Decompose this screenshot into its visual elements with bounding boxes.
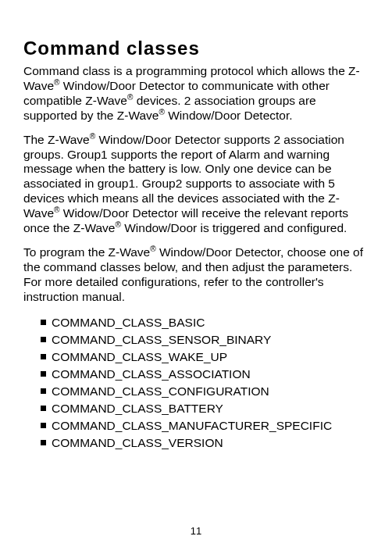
- square-bullet-icon: [41, 423, 46, 428]
- list-item-label: COMMAND_CLASS_BASIC: [52, 314, 205, 331]
- reg-mark: ®: [150, 245, 155, 253]
- square-bullet-icon: [41, 440, 46, 445]
- square-bullet-icon: [41, 354, 46, 359]
- list-item: COMMAND_CLASS_MANUFACTURER_SPECIFIC: [41, 417, 369, 434]
- list-item: COMMAND_CLASS_VERSION: [41, 434, 369, 452]
- list-item: COMMAND_CLASS_BASIC: [41, 314, 369, 331]
- paragraph-3: To program the Z-Wave® Window/Door Detec…: [23, 245, 369, 305]
- list-item-label: COMMAND_CLASS_SENSOR_BINARY: [52, 331, 271, 348]
- square-bullet-icon: [41, 406, 46, 411]
- reg-mark: ®: [159, 108, 164, 116]
- list-item-label: COMMAND_CLASS_VERSION: [52, 434, 223, 452]
- square-bullet-icon: [41, 371, 46, 377]
- list-item: COMMAND_CLASS_WAKE_UP: [41, 348, 369, 366]
- page-number: 11: [0, 525, 392, 537]
- reg-mark: ®: [115, 220, 120, 229]
- paragraph-1: Command class is a programming protocol …: [23, 64, 369, 123]
- paragraph-2: The Z-Wave® Window/Door Detector support…: [23, 133, 369, 236]
- list-item: COMMAND_CLASS_SENSOR_BINARY: [41, 331, 369, 348]
- list-item-label: COMMAND_CLASS_ASSOCIATION: [52, 366, 251, 383]
- p2-seg-d: Window/Door is triggered and configured.: [121, 221, 347, 234]
- square-bullet-icon: [41, 388, 46, 394]
- command-class-list: COMMAND_CLASS_BASIC COMMAND_CLASS_SENSOR…: [23, 314, 369, 452]
- reg-mark: ®: [90, 131, 95, 140]
- square-bullet-icon: [41, 320, 46, 325]
- page-title: Command classes: [23, 38, 369, 59]
- square-bullet-icon: [41, 337, 46, 342]
- list-item: COMMAND_CLASS_CONFIGURATION: [41, 383, 369, 400]
- p3-seg-a: To program the Z-Wave: [23, 245, 150, 259]
- list-item-label: COMMAND_CLASS_WAKE_UP: [52, 348, 227, 366]
- list-item-label: COMMAND_CLASS_CONFIGURATION: [52, 383, 269, 400]
- p2-seg-a: The Z-Wave: [23, 133, 90, 146]
- p1-seg-d: Window/Door Detector.: [165, 109, 293, 122]
- list-item-label: COMMAND_CLASS_BATTERY: [52, 400, 223, 417]
- list-item: COMMAND_CLASS_BATTERY: [41, 400, 369, 417]
- list-item-label: COMMAND_CLASS_MANUFACTURER_SPECIFIC: [52, 417, 332, 434]
- list-item: COMMAND_CLASS_ASSOCIATION: [41, 366, 369, 383]
